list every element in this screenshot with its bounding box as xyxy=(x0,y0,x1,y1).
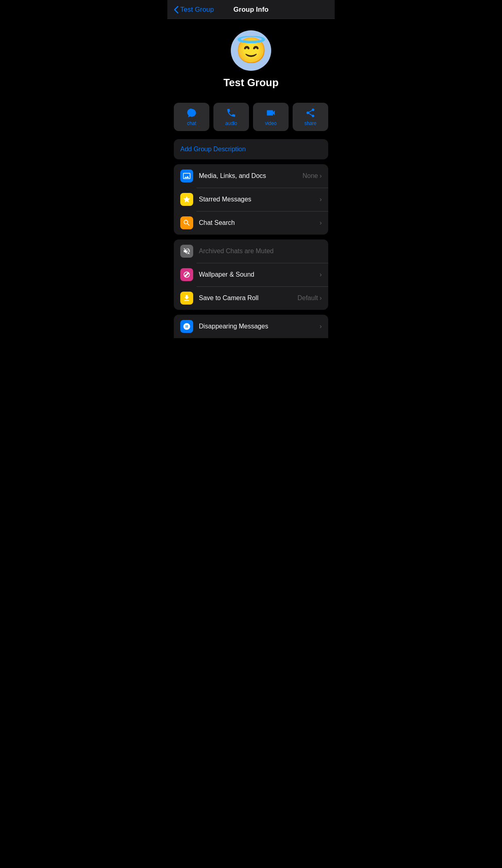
chat-search-content: Chat Search xyxy=(199,219,320,227)
disappearing-messages-item[interactable]: Disappearing Messages › xyxy=(174,315,328,338)
save-camera-roll-item[interactable]: Save to Camera Roll Default › xyxy=(174,286,328,310)
save-camera-roll-right: Default › xyxy=(297,294,322,302)
star-icon xyxy=(183,195,191,203)
chat-button[interactable]: chat xyxy=(174,103,209,131)
avatar-section: 😇 Test Group xyxy=(167,19,335,97)
chat-icon xyxy=(186,108,197,118)
action-buttons-row: chat audio video share xyxy=(167,97,335,139)
media-links-docs-content: Media, Links, and Docs xyxy=(199,172,302,180)
media-icon-bg xyxy=(180,169,193,182)
save-icon xyxy=(183,294,191,302)
group-name: Test Group xyxy=(224,76,279,89)
media-links-docs-value: None xyxy=(302,172,318,180)
audio-button[interactable]: audio xyxy=(213,103,249,131)
chevron-icon: › xyxy=(320,172,322,180)
page-title: Group Info xyxy=(234,6,269,14)
starred-messages-content: Starred Messages xyxy=(199,196,320,203)
chevron-icon: › xyxy=(320,294,322,302)
audio-button-label: audio xyxy=(225,121,237,126)
starred-messages-item[interactable]: Starred Messages › xyxy=(174,188,328,211)
chat-search-item[interactable]: Chat Search › xyxy=(174,211,328,235)
media-icon xyxy=(183,172,191,180)
archived-icon-bg xyxy=(180,245,193,258)
header: Test Group Group Info xyxy=(167,0,335,19)
share-icon xyxy=(305,108,316,118)
video-button-label: video xyxy=(265,121,277,126)
save-camera-roll-content: Save to Camera Roll xyxy=(199,294,297,302)
wallpaper-sound-label: Wallpaper & Sound xyxy=(199,271,320,278)
media-links-docs-right: None › xyxy=(302,172,322,180)
chat-search-label: Chat Search xyxy=(199,219,320,227)
save-camera-roll-value: Default xyxy=(297,294,318,302)
starred-icon-bg xyxy=(180,193,193,206)
search-icon xyxy=(183,219,191,227)
video-button[interactable]: video xyxy=(253,103,289,131)
wallpaper-sound-right: › xyxy=(320,271,322,278)
media-section: Media, Links, and Docs None › Starred Me… xyxy=(174,164,328,235)
chevron-icon: › xyxy=(320,196,322,203)
starred-messages-label: Starred Messages xyxy=(199,196,320,203)
add-description-section[interactable]: Add Group Description xyxy=(174,139,328,159)
disappearing-messages-right: › xyxy=(320,323,322,330)
starred-messages-right: › xyxy=(320,196,322,203)
save-camera-roll-label: Save to Camera Roll xyxy=(199,294,297,302)
mute-icon xyxy=(183,247,191,255)
disappearing-messages-label: Disappearing Messages xyxy=(199,323,320,330)
archived-chats-content: Archived Chats are Muted xyxy=(199,248,322,255)
media-links-docs-label: Media, Links, and Docs xyxy=(199,172,302,180)
phone-icon xyxy=(226,108,236,118)
chat-search-icon-bg xyxy=(180,216,193,229)
archived-chats-item: Archived Chats are Muted xyxy=(174,239,328,263)
camera-roll-icon-bg xyxy=(180,292,193,305)
archived-chats-label: Archived Chats are Muted xyxy=(199,248,322,255)
chevron-icon: › xyxy=(320,271,322,278)
share-button-label: share xyxy=(304,121,316,126)
disappearing-icon xyxy=(183,322,191,330)
chevron-left-icon xyxy=(174,6,179,14)
add-description-label: Add Group Description xyxy=(180,146,246,152)
avatar-emoji: 😇 xyxy=(236,36,267,65)
settings-section: Archived Chats are Muted Wallpaper & Sou… xyxy=(174,239,328,310)
disappearing-icon-bg xyxy=(180,320,193,333)
media-links-docs-item[interactable]: Media, Links, and Docs None › xyxy=(174,164,328,188)
chat-search-right: › xyxy=(320,219,322,227)
wallpaper-icon-bg xyxy=(180,268,193,281)
disappearing-section: Disappearing Messages › xyxy=(174,315,328,338)
disappearing-messages-content: Disappearing Messages xyxy=(199,323,320,330)
chat-button-label: chat xyxy=(187,121,196,126)
back-button[interactable]: Test Group xyxy=(174,6,214,14)
avatar[interactable]: 😇 xyxy=(231,30,271,71)
chevron-icon: › xyxy=(320,219,322,227)
wallpaper-sound-content: Wallpaper & Sound xyxy=(199,271,320,278)
video-icon xyxy=(266,108,276,118)
wallpaper-icon xyxy=(183,271,191,279)
back-label: Test Group xyxy=(180,6,214,14)
wallpaper-sound-item[interactable]: Wallpaper & Sound › xyxy=(174,263,328,286)
share-button[interactable]: share xyxy=(293,103,328,131)
chevron-icon: › xyxy=(320,323,322,330)
